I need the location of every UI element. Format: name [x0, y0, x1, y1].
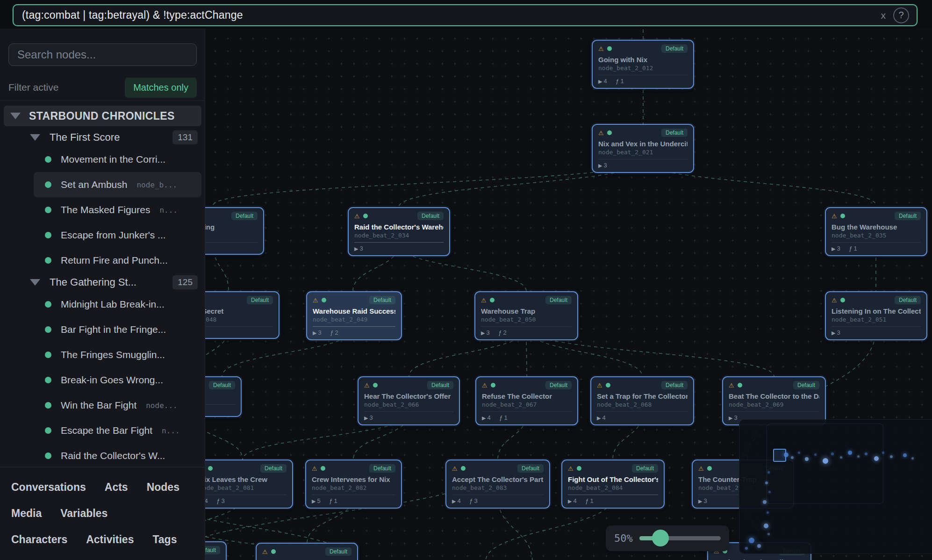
node-footer: 32: [313, 326, 395, 336]
search-input[interactable]: [8, 43, 197, 66]
tree-item-win-the-bar-fight[interactable]: Win the Bar Fightnode...: [34, 393, 201, 418]
chevron-down-icon[interactable]: [30, 279, 40, 286]
tab-variables[interactable]: Variables: [60, 507, 108, 520]
tree-item-midnight-lab-break-in[interactable]: Midnight Lab Break-in...: [34, 292, 201, 317]
graph-node-ship[interactable]: ⚠DefaultShip: [205, 376, 242, 417]
node-dot-icon: [45, 377, 51, 383]
connection-edge: [213, 161, 643, 205]
node-title: Refuse The Collector: [482, 392, 572, 400]
node-footer: 41: [568, 495, 658, 504]
graph-node-node-beat-2-069[interactable]: ⚠DefaultBeat The Collector to the Datano…: [722, 376, 826, 425]
tree-item-return-fire-and-punch[interactable]: Return Fire and Punch...: [34, 248, 201, 273]
tree-item-raid-the-collector-s-w[interactable]: Raid the Collector's W...: [34, 443, 201, 468]
node-title: Raid the Collector's Warehouse: [354, 223, 444, 231]
node-header: ⚠Default: [597, 381, 688, 389]
tab-activities[interactable]: Activities: [86, 533, 134, 546]
graph-node-node-beat-2-051[interactable]: ⚠DefaultListening In on The Collectornod…: [825, 291, 927, 340]
play-count: 3: [354, 245, 363, 252]
node-title: Fight Out of The Collector's ...: [568, 475, 658, 483]
default-badge: Default: [632, 464, 658, 473]
minimap-node-blob: [767, 533, 770, 535]
node-id: node_beat_2_012: [598, 65, 688, 72]
minimap[interactable]: [739, 419, 932, 554]
tree-item-bar-fight-in-the-fringe[interactable]: Bar Fight in the Fringe...: [34, 317, 201, 342]
tab-media[interactable]: Media: [11, 507, 42, 520]
graph-node-node-beat-2-050[interactable]: ⚠DefaultWarehouse Trapnode_beat_2_05032: [474, 291, 578, 340]
graph-canvas[interactable]: ⚠DefaultGoing with Nixnode_beat_2_01241⚠…: [205, 29, 932, 560]
tab-tags[interactable]: Tags: [152, 533, 177, 546]
graph-node-node-beat-2-066[interactable]: ⚠DefaultHear The Collector's Offernode_b…: [358, 376, 460, 425]
tree-item-the-masked-figures[interactable]: The Masked Figuresn...: [34, 197, 201, 223]
graph-node-node-beat-2-034[interactable]: ⚠DefaultRaid the Collector's Warehouseno…: [348, 207, 450, 256]
chevron-down-icon[interactable]: [10, 113, 21, 119]
node-title: Set a Trap for The Collector: [597, 392, 688, 400]
graph-node-demand-nix-explain-everythi[interactable]: ⚠DefaultDemand Nix Explain Everythi...: [256, 543, 358, 560]
tree-item-the-fringes-smugglin[interactable]: The Fringes Smugglin...: [34, 342, 201, 367]
play-count: 3: [313, 329, 322, 336]
zoom-level: 50%: [614, 532, 633, 544]
tab-acts[interactable]: Acts: [105, 481, 128, 494]
graph-node-node-beat-2-012[interactable]: ⚠DefaultGoing with Nixnode_beat_2_01241: [592, 40, 694, 89]
graph-node-node-beat-2-068[interactable]: ⚠DefaultSet a Trap for The Collectornode…: [590, 376, 694, 425]
node-header: ⚠Default: [205, 546, 220, 554]
tree-item-escape-from-junker-s[interactable]: Escape from Junker's ...: [34, 223, 201, 248]
tab-characters[interactable]: Characters: [11, 533, 67, 546]
group-label: The Gathering St...: [50, 276, 163, 288]
graph-node-node-beat-2-035[interactable]: ⚠DefaultBug the Warehousenode_beat_2_035…: [825, 207, 927, 256]
tree-root-project[interactable]: STARBOUND CHRONICLES: [4, 106, 201, 126]
node-id: node_beat_2_069: [729, 401, 819, 408]
tree-item-break-in-goes-wrong[interactable]: Break-in Goes Wrong...: [34, 367, 201, 393]
filter-row: Filter active Matches only: [8, 73, 197, 101]
graph-node-033[interactable]: ⚠DefaultShapeshifting033: [205, 207, 264, 255]
node-id: node_beat_2_051: [832, 316, 921, 323]
graph-node-node-beat-2-049[interactable]: ⚠DefaultWarehouse Raid Successnode_beat_…: [306, 291, 402, 340]
default-badge: Default: [661, 381, 688, 389]
graph-node-node-beat-2-081[interactable]: ⚠DefaultNix Leaves the Crewnode_beat_2_0…: [205, 459, 293, 509]
graph-node-node-beat-2-084[interactable]: ⚠DefaultFight Out of The Collector's ...…: [561, 459, 665, 509]
tree-item-label: Bar Fight in the Fringe...: [61, 324, 166, 335]
query-input[interactable]: (tag:combat | tag:betrayal) & !type:actC…: [13, 4, 918, 26]
status-dot-icon: [208, 466, 213, 471]
tab-conversations[interactable]: Conversations: [11, 481, 86, 494]
graph-node-node-beat-2-083[interactable]: ⚠DefaultAccept The Collector's Partn...n…: [445, 459, 550, 509]
graph-node-node-beat-2-082[interactable]: ⚠DefaultCrew Intervenes for Nixnode_beat…: [305, 459, 402, 509]
node-count-badge: 131: [172, 130, 198, 144]
graph-node-node-beat-2-067[interactable]: ⚠DefaultRefuse The Collectornode_beat_2_…: [475, 376, 578, 425]
function-count: 1: [329, 497, 337, 504]
graph-node-clipped[interactable]: ⚠Default: [205, 541, 227, 560]
tree-item-label: Return Fire and Punch...: [61, 255, 168, 266]
zoom-slider-knob[interactable]: [652, 530, 669, 546]
tree-group-the-first-score[interactable]: The First Score131: [0, 128, 205, 147]
node-footer: 31: [832, 242, 921, 252]
node-footer: 43: [452, 495, 544, 504]
tab-nodes[interactable]: Nodes: [147, 481, 179, 494]
node-id: node_beat_2_021: [598, 149, 688, 156]
node-title: Listening In on The Collector: [832, 307, 921, 315]
minimap-node-blob: [768, 491, 771, 493]
node-dot-icon: [45, 301, 51, 308]
minimap-node-blob: [874, 456, 879, 461]
help-icon[interactable]: ?: [893, 7, 909, 23]
node-title: Nix and Vex in the Undercity: [598, 140, 688, 148]
tree-item-escape-the-bar-fight[interactable]: Escape the Bar Fightn...: [34, 418, 201, 443]
default-badge: Default: [247, 296, 273, 304]
clear-query-button[interactable]: x: [881, 10, 886, 21]
tree-item-set-an-ambush[interactable]: Set an Ambushnode_b...: [34, 172, 201, 197]
graph-node-node-beat-2-021[interactable]: ⚠DefaultNix and Vex in the Undercitynode…: [592, 124, 694, 173]
minimap-node-blob: [857, 455, 860, 458]
node-footer: [205, 404, 235, 413]
matches-only-button[interactable]: Matches only: [125, 78, 197, 98]
graph-node-eat-2-048[interactable]: ⚠DefaultNix's Secreteat_2_048: [205, 291, 280, 339]
tree-item-label: The Fringes Smugglin...: [61, 349, 165, 360]
minimap-node-blob: [765, 481, 768, 484]
function-count: 1: [585, 497, 594, 504]
tree-item-movement-in-the-corri[interactable]: Movement in the Corri...: [34, 147, 201, 172]
node-footer: 41: [598, 75, 688, 85]
default-badge: Default: [895, 296, 921, 304]
default-badge: Default: [325, 547, 351, 556]
zoom-slider[interactable]: [639, 536, 721, 540]
node-title: Warehouse Raid Success: [313, 307, 395, 315]
chevron-down-icon[interactable]: [30, 134, 40, 141]
tree-group-the-gathering-st[interactable]: The Gathering St...125: [0, 273, 205, 292]
node-title: Shapeshifting: [205, 223, 258, 231]
